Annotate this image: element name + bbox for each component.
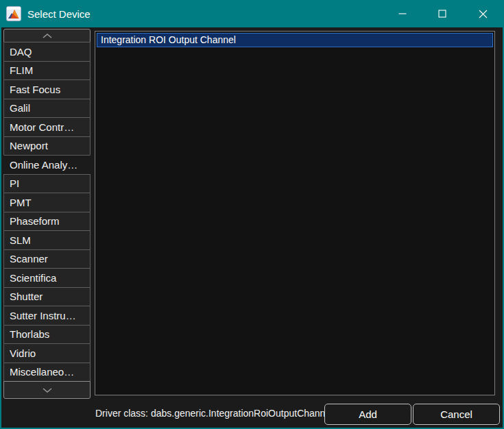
tab-pi[interactable]: PI (3, 174, 91, 194)
tab-motor-controller[interactable]: Motor Contr… (3, 117, 91, 137)
add-button[interactable]: Add (324, 404, 411, 425)
tab-miscellaneous[interactable]: Miscellaneo… (3, 363, 91, 382)
tab-flim[interactable]: FLIM (3, 61, 91, 81)
tab-sutter-instruments[interactable]: Sutter Instru… (3, 306, 91, 326)
scroll-up-button[interactable] (3, 29, 91, 42)
tab-phaseform[interactable]: Phaseform (3, 212, 91, 232)
close-button[interactable] (462, 0, 504, 27)
tab-online-analysis[interactable]: Online Analy… (3, 155, 91, 175)
window-title: Select Device (27, 8, 91, 20)
window-controls (383, 0, 504, 27)
scroll-down-button[interactable] (3, 381, 91, 399)
tab-newport[interactable]: Newport (3, 136, 91, 156)
tab-slm[interactable]: SLM (3, 230, 91, 250)
titlebar: Select Device (0, 0, 504, 27)
driver-class-label: Driver class: dabs.generic.IntegrationRo… (95, 408, 333, 419)
tab-vidrio[interactable]: Vidrio (3, 343, 91, 363)
tab-thorlabs[interactable]: Thorlabs (3, 325, 91, 345)
tab-scientifica[interactable]: Scientifica (3, 268, 91, 288)
tab-daq[interactable]: DAQ (3, 42, 91, 62)
tab-scanner[interactable]: Scanner (3, 249, 91, 269)
tab-fast-focus[interactable]: Fast Focus (3, 79, 91, 99)
chevron-down-icon (43, 388, 52, 393)
list-item-integration-roi-output-channel[interactable]: Integration ROI Output Channel (97, 33, 493, 47)
select-device-window: Select Device (0, 0, 504, 429)
matlab-logo-icon (6, 6, 21, 21)
cancel-button[interactable]: Cancel (413, 404, 500, 425)
maximize-icon (438, 10, 446, 18)
tab-galil[interactable]: Galil (3, 99, 91, 119)
tab-pmt[interactable]: PMT (3, 193, 91, 212)
tab-shutter[interactable]: Shutter (3, 287, 91, 307)
minimize-icon (398, 10, 407, 18)
maximize-button[interactable] (422, 0, 462, 27)
category-tab-group: DAQ FLIM Fast Focus Galil Motor Contr… N… (3, 29, 91, 399)
close-icon (479, 10, 488, 19)
minimize-button[interactable] (383, 0, 422, 27)
device-listbox[interactable]: Integration ROI Output Channel (95, 31, 495, 395)
chevron-up-icon (43, 34, 52, 38)
